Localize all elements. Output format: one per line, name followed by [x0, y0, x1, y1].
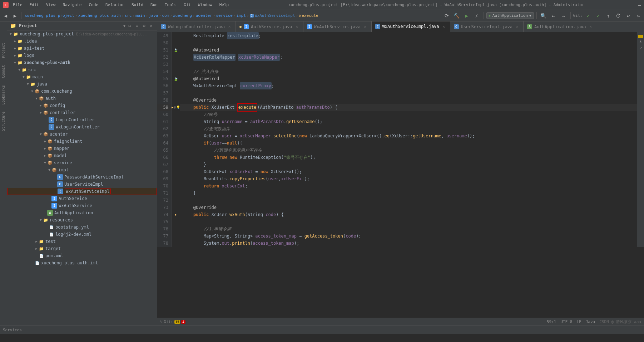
tab-close-AuthService[interactable]: ✕: [294, 24, 299, 29]
tree-item-LoginController[interactable]: C LoginController: [7, 116, 157, 123]
tree-item-root[interactable]: ▼ 📁 xuecheng-plus-project E:\idea-worksp…: [7, 30, 157, 38]
tree-item-PasswordAuthServiceImpl[interactable]: C PasswordAuthServiceImpl: [7, 174, 157, 181]
line-ending-indicator[interactable]: LF: [576, 319, 581, 324]
run-config-dropdown[interactable]: ▶ AuthApplication ▼: [486, 12, 534, 19]
tree-item-target[interactable]: ▶ 📁 target: [7, 245, 157, 252]
tree-item-api-test[interactable]: ▶ 📁 api-test: [7, 45, 157, 52]
tree-item-ucenter[interactable]: ▼ 📦 ucenter: [7, 131, 157, 138]
menu-code[interactable]: Code: [87, 2, 100, 8]
tab-WxAuthService[interactable]: I WxAuthService.java ✕: [303, 21, 372, 32]
toolbar-commit-btn[interactable]: ✓: [584, 11, 593, 20]
project-label[interactable]: Project: [1, 43, 5, 58]
tree-item-src[interactable]: ▼ 📁 src: [7, 66, 157, 73]
breadcrumb-main[interactable]: main: [135, 13, 145, 18]
breadcrumb-class[interactable]: CWxAuthServiceImpl: [250, 13, 295, 18]
tree-item-logs[interactable]: ▶ 📁 logs: [7, 52, 157, 59]
git-status[interactable]: ⑂ Git: 15 4: [160, 319, 185, 324]
toolbar-history-btn[interactable]: ⏱: [614, 11, 623, 20]
toolbar-pull-btn[interactable]: ↑: [604, 11, 613, 20]
toolbar-build-btn[interactable]: 🔨: [452, 11, 461, 20]
toolbar-undo-btn[interactable]: ↩: [624, 11, 633, 20]
bookmarks-label[interactable]: Bookmarks: [1, 85, 5, 104]
code-lines[interactable]: RestTemplate restTemplate; @Autowired Xc…: [180, 32, 637, 247]
tree-item-WxAuthService[interactable]: I WxAuthService: [7, 202, 157, 209]
minimize-btn[interactable]: —: [638, 2, 641, 8]
toolbar-sync-btn[interactable]: ⟳: [442, 11, 451, 20]
tree-item-WxLoginController[interactable]: C WxLoginController: [7, 123, 157, 131]
breadcrumb-java[interactable]: java: [149, 13, 158, 18]
structure-label[interactable]: Structure: [1, 112, 5, 131]
services-label[interactable]: Services: [3, 328, 22, 332]
toolbar-nav-forward-btn[interactable]: →: [559, 11, 568, 20]
tab-close-UserServiceImpl[interactable]: ✕: [515, 24, 520, 29]
tree-item-iml[interactable]: 📄 xuecheng-plus-auth.iml: [7, 259, 157, 267]
tree-item-AuthApplication[interactable]: A AuthApplication: [7, 209, 157, 216]
commit-label[interactable]: Commit: [1, 65, 5, 78]
menu-build[interactable]: Build: [130, 2, 145, 8]
breadcrumb-service[interactable]: service: [216, 13, 232, 18]
tree-item-log4j2[interactable]: 📄 log4j2-dev.xml: [7, 231, 157, 238]
toolbar-debug-btn[interactable]: ▶: [462, 11, 471, 20]
tab-close-AuthApplication[interactable]: ✕: [588, 24, 593, 29]
breadcrumb-com[interactable]: com: [162, 13, 169, 18]
toolbar-nav-back-btn[interactable]: ←: [549, 11, 558, 20]
menu-window[interactable]: Window: [197, 2, 214, 8]
tree-item-main[interactable]: ▼ 📁 main: [7, 73, 157, 80]
breadcrumb-impl[interactable]: impl: [236, 13, 246, 18]
tree-item-pom[interactable]: 📄 pom.xml: [7, 252, 157, 259]
tab-WxAuthServiceImpl[interactable]: C WxAuthServiceImpl.java ✕: [372, 21, 450, 32]
line-col-indicator[interactable]: 59:1: [547, 319, 556, 324]
project-close-btn[interactable]: ✕: [148, 23, 154, 29]
tree-item-auth[interactable]: ▼ 📦 auth: [7, 95, 157, 102]
tab-close-WxLoginController[interactable]: ✕: [227, 24, 232, 29]
breadcrumb-src[interactable]: src: [125, 13, 132, 18]
tree-item-bootstrap[interactable]: 📄 bootstrap.yml: [7, 224, 157, 231]
tab-AuthApplication[interactable]: A AuthApplication.java ✕: [524, 21, 597, 32]
tree-item-service[interactable]: ▼ 📦 service: [7, 159, 157, 166]
menu-git[interactable]: Git: [182, 2, 192, 8]
toolbar-back-btn[interactable]: ◀: [1, 11, 10, 20]
tree-item-idea[interactable]: ▶ 📁 .idea: [7, 38, 157, 45]
tree-item-WxAuthServiceImpl[interactable]: C WxAuthServiceImpl: [7, 188, 157, 195]
project-gear-btn[interactable]: ⚙: [141, 23, 147, 29]
menu-navigate[interactable]: Navigate: [61, 2, 83, 8]
tree-item-mapper[interactable]: ▶ 📦 mapper: [7, 145, 157, 152]
tree-item-impl[interactable]: ▼ 📦 impl: [7, 166, 157, 174]
menu-tools[interactable]: Tools: [163, 2, 178, 8]
tree-item-config[interactable]: ▶ 📦 config: [7, 102, 157, 109]
project-dropdown-arrow[interactable]: ▼: [123, 24, 125, 28]
encoding-indicator[interactable]: UTF-8: [560, 319, 572, 324]
tab-UserServiceImpl[interactable]: C UserServiceImpl.java ✕: [450, 21, 524, 32]
breadcrumb-project[interactable]: xuecheng-plus-project: [25, 13, 74, 18]
breadcrumb-method[interactable]: ⚙execute: [299, 13, 318, 18]
breadcrumb-xuecheng[interactable]: xuecheng: [173, 13, 192, 18]
toolbar-search-btn[interactable]: 🔍: [539, 11, 548, 20]
menu-refactor[interactable]: Refactor: [104, 2, 126, 8]
toolbar-push-btn[interactable]: ✓: [594, 11, 603, 20]
tree-item-resources[interactable]: ▼ 📁 resources: [7, 216, 157, 224]
menu-help[interactable]: Help: [218, 2, 231, 8]
tab-AuthService[interactable]: ● I AuthService.java ✕: [236, 21, 303, 32]
tree-item-test[interactable]: ▶ 📁 test: [7, 238, 157, 245]
toolbar-run-coverage-btn[interactable]: ⚡: [472, 11, 481, 20]
tree-item-UserServiceImpl[interactable]: C UserServiceImpl: [7, 181, 157, 188]
toolbar-forward-btn[interactable]: ▶: [11, 11, 19, 20]
breadcrumb-module[interactable]: xuecheng-plus-auth: [78, 13, 121, 18]
tree-item-xcauth[interactable]: ▼ 📁 xuecheng-plus-auth: [7, 59, 157, 66]
project-collapse-btn[interactable]: ⊟: [127, 23, 133, 29]
code-editor[interactable]: 49 50 51 52 53 54 55 56 57 58 59 60 61 6…: [157, 32, 644, 318]
project-settings-btn[interactable]: ≡: [134, 23, 140, 29]
tab-WxLoginController[interactable]: C WxLoginController.java ✕: [157, 21, 236, 32]
breadcrumb-ucenter[interactable]: ucenter: [195, 13, 212, 18]
menu-run[interactable]: Run: [149, 2, 159, 8]
tree-item-java[interactable]: ▼ 📁 java: [7, 80, 157, 88]
tree-item-feignclient[interactable]: ▶ 📦 feignclient: [7, 138, 157, 145]
tree-item-com-xuecheng[interactable]: ▼ 📦 com.xuecheng: [7, 88, 157, 95]
menu-view[interactable]: View: [45, 2, 57, 8]
tab-close-WxAuthServiceImpl[interactable]: ✕: [441, 24, 446, 29]
tree-item-AuthService[interactable]: I AuthService: [7, 195, 157, 202]
tab-close-WxAuthService[interactable]: ✕: [363, 24, 368, 29]
menu-edit[interactable]: Edit: [28, 2, 41, 8]
language-indicator[interactable]: Java: [586, 319, 595, 324]
tree-item-controller[interactable]: ▼ 📦 controller: [7, 109, 157, 116]
